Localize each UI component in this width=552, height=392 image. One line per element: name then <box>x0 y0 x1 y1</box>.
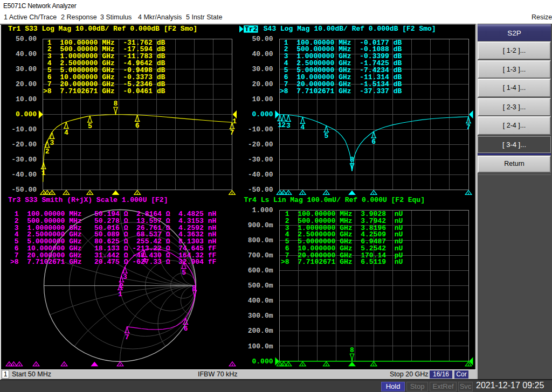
svg-text:8: 8 <box>192 284 196 292</box>
svg-text:0.000: 0.000 <box>16 110 37 118</box>
svg-text:-10.00: -10.00 <box>248 125 273 134</box>
svg-text:-40.00: -40.00 <box>248 171 273 179</box>
svg-text:-40.00: -40.00 <box>11 171 37 179</box>
svg-text:700.0m: 700.0m <box>248 251 273 260</box>
svg-text:100.0m: 100.0m <box>248 342 273 351</box>
svg-text:1: 1 <box>42 169 46 177</box>
svg-text:5: 5 <box>324 132 328 140</box>
svg-text:50.00: 50.00 <box>252 35 273 43</box>
svg-text:600.0m: 600.0m <box>248 267 273 275</box>
svg-text:6: 6 <box>183 325 188 333</box>
svg-text:500.0m: 500.0m <box>248 282 273 290</box>
svg-text:20.00: 20.00 <box>16 80 37 88</box>
svg-text:-30.00: -30.00 <box>11 156 37 164</box>
svg-text:7: 7 <box>125 333 129 341</box>
svg-text:30.00: 30.00 <box>16 65 37 73</box>
svg-text:Tr2: Tr2 <box>245 25 258 33</box>
svg-text:>8 7.7102671 GHz -37.337 dB: >8 7.7102671 GHz -37.337 dB <box>280 87 402 95</box>
svg-text:3: 3 <box>123 273 127 281</box>
svg-text:300.0m: 300.0m <box>248 312 273 320</box>
svg-text:>8 7.7102671 GHz 6.5119 nU: >8 7.7102671 GHz 6.5119 nU <box>281 258 403 266</box>
svg-text:2: 2 <box>281 121 286 129</box>
svg-text:200.0m: 200.0m <box>248 327 273 335</box>
svg-text:1.000: 1.000 <box>252 206 273 214</box>
svg-text:40.00: 40.00 <box>16 50 37 58</box>
svg-text:-20.00: -20.00 <box>11 141 37 149</box>
svg-text:6: 6 <box>371 138 376 146</box>
svg-text:-10.00: -10.00 <box>11 125 37 134</box>
svg-text:1: 1 <box>232 117 237 125</box>
svg-text:5: 5 <box>182 269 186 277</box>
svg-text:3: 3 <box>50 139 54 147</box>
svg-text:400.0m: 400.0m <box>248 297 273 305</box>
svg-text:6: 6 <box>135 122 140 130</box>
svg-text:2: 2 <box>119 282 123 290</box>
svg-text:10.00: 10.00 <box>16 95 37 103</box>
svg-text:4: 4 <box>64 129 68 137</box>
svg-text:40.00: 40.00 <box>252 50 273 58</box>
svg-text:-50.00: -50.00 <box>248 186 273 194</box>
svg-text:8: 8 <box>350 156 354 164</box>
svg-text:900.0m: 900.0m <box>248 221 273 229</box>
svg-text:8: 8 <box>350 346 354 354</box>
svg-text:7: 7 <box>466 123 471 131</box>
svg-text:-50.00: -50.00 <box>11 186 37 194</box>
svg-text:3: 3 <box>286 122 291 130</box>
svg-text:7: 7 <box>230 129 234 137</box>
svg-text:10.00: 10.00 <box>252 95 273 103</box>
svg-text:20.00: 20.00 <box>252 80 273 88</box>
svg-text:Tr3 S33 Smith (R+jX) Scale 1.0: Tr3 S33 Smith (R+jX) Scale 1.000U [F2] <box>8 196 168 204</box>
svg-text:-20.00: -20.00 <box>248 141 273 149</box>
svg-text:S43 Log Mag 10.00dB/ Ref 0.000: S43 Log Mag 10.00dB/ Ref 0.000dB [F2 Smo… <box>259 25 436 33</box>
svg-text:0.000: 0.000 <box>252 110 273 118</box>
svg-text:8: 8 <box>114 100 118 108</box>
svg-text:30.00: 30.00 <box>252 65 273 73</box>
svg-text:Tr1 S33 Log Mag 10.00dB/ Ref 0: Tr1 S33 Log Mag 10.00dB/ Ref 0.000dB [F2… <box>8 25 197 33</box>
svg-text:1: 1 <box>118 290 122 298</box>
svg-text:4: 4 <box>300 123 305 131</box>
svg-text:0.000: 0.000 <box>252 358 273 366</box>
svg-text:5: 5 <box>88 122 92 130</box>
svg-text:>8 7.7102671 GHz 20.475 Ω -: >8 7.7102671 GHz 20.475 Ω -627.33 Ω 32.9… <box>10 258 216 266</box>
svg-text:2: 2 <box>45 148 50 156</box>
svg-text:800.0m: 800.0m <box>248 236 273 244</box>
svg-text:>8 7.7102671 GHz -0.0461 dB: >8 7.7102671 GHz -0.0461 dB <box>43 87 165 95</box>
svg-text:50.00: 50.00 <box>16 35 37 43</box>
svg-text:Tr4 Ls Lin Mag 100.0mU/ Ref 0.: Tr4 Ls Lin Mag 100.0mU/ Ref 0.000U [F2 E… <box>244 196 425 204</box>
svg-text:-30.00: -30.00 <box>248 156 273 164</box>
